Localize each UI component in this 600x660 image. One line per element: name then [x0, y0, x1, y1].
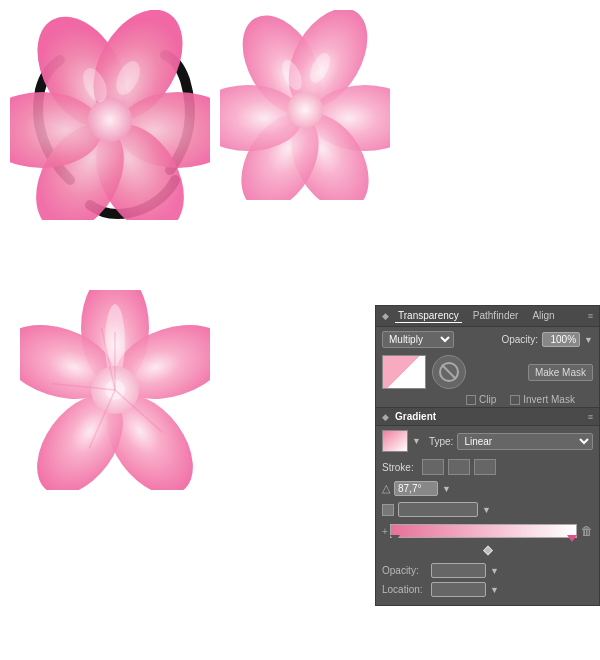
- stop-location-label: Location:: [382, 584, 427, 595]
- angle-dropdown-icon[interactable]: ▼: [442, 484, 451, 494]
- gradient-panel-menu-icon[interactable]: ≡: [588, 412, 593, 422]
- diamond-icon: ◆: [382, 311, 389, 321]
- opacity-label: Opacity:: [501, 334, 538, 345]
- gradient-midpoint-bar: [402, 544, 573, 554]
- stop-opacity-label: Opacity:: [382, 565, 427, 576]
- type-label: Type:: [429, 436, 453, 447]
- clip-checkbox[interactable]: [466, 395, 476, 405]
- stop-opacity-input[interactable]: [431, 563, 486, 578]
- gradient-panel-title: Gradient: [395, 411, 436, 422]
- gradient-bar-row: + 🗑: [376, 520, 599, 542]
- gradient-type-row: ▼ Type: Linear: [376, 426, 599, 456]
- gradient-reverse-icon[interactable]: [382, 504, 394, 516]
- invert-mask-checkbox[interactable]: [510, 395, 520, 405]
- stop-location-row: Location: ▼: [382, 580, 593, 599]
- angle-input[interactable]: [394, 481, 438, 496]
- stroke-btn-1[interactable]: [422, 459, 444, 475]
- invert-mask-label: Invert Mask: [523, 394, 575, 405]
- gradient-extra-row: ▼: [376, 499, 599, 520]
- gradient-stop-right-arrow[interactable]: [567, 535, 577, 542]
- stroke-btn-2[interactable]: [448, 459, 470, 475]
- invert-mask-option[interactable]: Invert Mask: [510, 394, 575, 405]
- gradient-bar[interactable]: [390, 524, 577, 538]
- opacity-location-section: Opacity: ▼ Location: ▼: [376, 558, 599, 605]
- gradient-angle-row: △ ▼: [376, 478, 599, 499]
- gradient-stop-left-arrow[interactable]: [390, 535, 400, 542]
- flower-bottom-left: [20, 290, 210, 490]
- transparency-panel: ◆ Transparency Pathfinder Align ≡ Multip…: [375, 305, 600, 408]
- gradient-extra-dropdown[interactable]: ▼: [482, 505, 491, 515]
- clip-option[interactable]: Clip: [466, 394, 496, 405]
- mask-preview-inner: [383, 356, 425, 388]
- gradient-add-stop-left[interactable]: +: [382, 526, 388, 537]
- stop-location-dropdown[interactable]: ▼: [490, 585, 499, 595]
- gradient-panel-header: ◆ Gradient ≡: [376, 408, 599, 426]
- svg-line-32: [442, 365, 456, 379]
- tab-align[interactable]: Align: [529, 309, 557, 323]
- panel-menu-icon[interactable]: ≡: [588, 311, 593, 321]
- mask-preview: [382, 355, 426, 389]
- tab-pathfinder[interactable]: Pathfinder: [470, 309, 522, 323]
- gradient-type-select[interactable]: Linear: [457, 433, 593, 450]
- opacity-dropdown-icon[interactable]: ▼: [584, 335, 593, 345]
- gradient-swatch-arrow[interactable]: ▼: [412, 436, 421, 446]
- transparency-blend-row: Multiply Opacity: ▼: [376, 327, 599, 352]
- transparency-panel-header: ◆ Transparency Pathfinder Align ≡: [376, 306, 599, 327]
- panels-container: ◆ Transparency Pathfinder Align ≡ Multip…: [375, 305, 600, 606]
- canvas: ◆ Transparency Pathfinder Align ≡ Multip…: [0, 0, 600, 660]
- clip-label: Clip: [479, 394, 496, 405]
- stroke-btn-3[interactable]: [474, 459, 496, 475]
- panel-tabs: Transparency Pathfinder Align: [395, 309, 582, 323]
- opacity-input[interactable]: [542, 332, 580, 347]
- flower-top-right: [220, 10, 390, 200]
- svg-point-6: [88, 98, 132, 142]
- tab-transparency[interactable]: Transparency: [395, 309, 462, 323]
- stop-opacity-dropdown[interactable]: ▼: [490, 566, 499, 576]
- stroke-label: Stroke:: [382, 462, 418, 473]
- gradient-panel: ◆ Gradient ≡ ▼ Type: Linear Stroke:: [375, 408, 600, 606]
- transparency-options-row: Clip Invert Mask: [376, 392, 599, 407]
- stop-location-input[interactable]: [431, 582, 486, 597]
- transparency-mask-row: Make Mask: [376, 352, 599, 392]
- gradient-stroke-row: Stroke:: [376, 456, 599, 478]
- make-mask-button[interactable]: Make Mask: [528, 364, 593, 381]
- gradient-extra-input[interactable]: [398, 502, 478, 517]
- stop-opacity-row: Opacity: ▼: [382, 561, 593, 580]
- gradient-midpoint-row: [376, 542, 599, 558]
- no-mask-icon: [432, 355, 466, 389]
- svg-point-15: [287, 92, 323, 128]
- gradient-midpoint-diamond[interactable]: [483, 546, 493, 556]
- delete-stop-icon[interactable]: 🗑: [581, 524, 593, 538]
- gradient-swatch[interactable]: [382, 430, 408, 452]
- gradient-diamond-icon: ◆: [382, 412, 389, 422]
- flower-top-left: [10, 10, 210, 220]
- angle-icon: △: [382, 482, 390, 495]
- blend-mode-select[interactable]: Multiply: [382, 331, 454, 348]
